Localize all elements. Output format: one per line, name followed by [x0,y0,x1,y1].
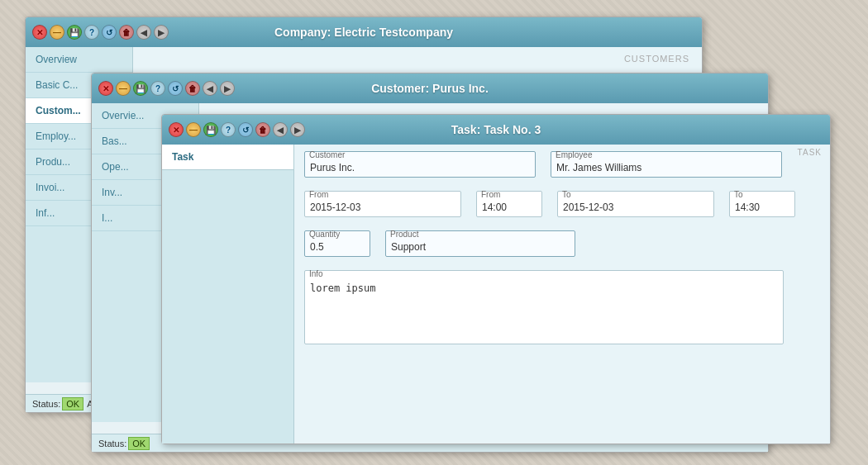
task-row-3: Quantity Product [304,230,820,265]
company-nav-prev-button[interactable]: ◀ [136,25,151,40]
task-tab-area: Task [162,145,294,444]
company-nav-next-button[interactable]: ▶ [154,25,169,40]
customer-field-label: Customer [309,150,345,159]
customer-title: Customer: Purus Inc. [371,82,489,95]
company-help-button[interactable]: ? [84,25,99,40]
info-label: Info [309,269,323,278]
quantity-field-group: Quantity [304,230,379,257]
task-form-area: TASK Customer Employee From [294,145,830,444]
company-status-value: OK [62,397,83,410]
customer-field-group: Customer [304,151,544,178]
company-minimize-button[interactable]: — [50,25,64,40]
task-window: ✕ — 💾 ? ↺ 🗑 ◀ ▶ Task: Task No. 3 Task TA… [161,114,831,444]
customer-delete-button[interactable]: 🗑 [185,81,200,96]
company-delete-button[interactable]: 🗑 [119,25,134,40]
customer-titlebar: ✕ — 💾 ? ↺ 🗑 ◀ ▶ Customer: Purus Inc. [92,74,768,103]
customer-nav-prev-button[interactable]: ◀ [203,81,217,96]
task-badge: TASK [798,148,822,157]
task-row-1: Customer Employee [304,151,820,186]
to-date-field-group: To [557,191,723,217]
company-window-controls: ✕ — 💾 ? ↺ 🗑 ◀ ▶ [32,25,169,40]
customer-window-controls: ✕ — 💾 ? ↺ 🗑 ◀ ▶ [98,81,235,96]
task-close-button[interactable]: ✕ [169,122,184,137]
task-row-4: Info lorem ipsum [304,270,820,347]
employee-field-label: Employee [556,150,592,159]
customer-status-label: Status: [98,439,126,448]
customer-help-button[interactable]: ? [150,81,165,96]
task-save-button[interactable]: 💾 [203,122,218,137]
from-date-label: From [309,190,328,199]
company-save-button[interactable]: 💾 [67,25,82,40]
company-titlebar: ✕ — 💾 ? ↺ 🗑 ◀ ▶ Company: Electric Testco… [26,17,702,47]
company-status-label: Status: [32,399,60,409]
to-time-field-group: To [729,191,795,217]
task-nav-next-button[interactable]: ▶ [290,122,305,137]
task-minimize-button[interactable]: — [186,122,201,137]
from-time-field-group: From [476,191,551,217]
task-body: Task TASK Customer Employee From [162,145,830,444]
task-undo-button[interactable]: ↺ [238,122,253,137]
customers-badge: CUSTOMERS [624,54,689,64]
customer-close-button[interactable]: ✕ [98,81,113,96]
product-label: Product [390,230,418,239]
from-date-field-group: From [304,191,470,217]
task-titlebar: ✕ — 💾 ? ↺ 🗑 ◀ ▶ Task: Task No. 3 [162,115,830,145]
customer-nav-next-button[interactable]: ▶ [220,81,235,96]
customer-minimize-button[interactable]: — [116,81,131,96]
quantity-label: Quantity [309,230,340,239]
to-date-label: To [562,190,571,199]
task-nav-prev-button[interactable]: ◀ [273,122,288,137]
company-title: Company: Electric Testcompany [274,26,453,39]
to-time-label: To [734,190,743,199]
product-field-group: Product [385,230,584,257]
task-row-2: From From To To [304,191,820,225]
task-title: Task: Task No. 3 [451,123,541,136]
task-delete-button[interactable]: 🗑 [255,122,270,137]
info-textarea[interactable]: lorem ipsum [304,270,784,344]
sidebar-item-overview[interactable]: Overview [26,47,132,73]
customer-status-value: OK [128,437,150,450]
customer-save-button[interactable]: 💾 [133,81,148,96]
from-time-label: From [481,190,500,199]
company-close-button[interactable]: ✕ [32,25,47,40]
info-field-group: Info lorem ipsum [304,270,784,347]
customer-undo-button[interactable]: ↺ [168,81,183,96]
task-help-button[interactable]: ? [221,122,236,137]
task-window-controls: ✕ — 💾 ? ↺ 🗑 ◀ ▶ [169,122,305,137]
employee-field-group: Employee [551,151,790,178]
company-undo-button[interactable]: ↺ [102,25,117,40]
task-tab[interactable]: Task [162,145,293,170]
to-date-input[interactable] [557,191,714,217]
